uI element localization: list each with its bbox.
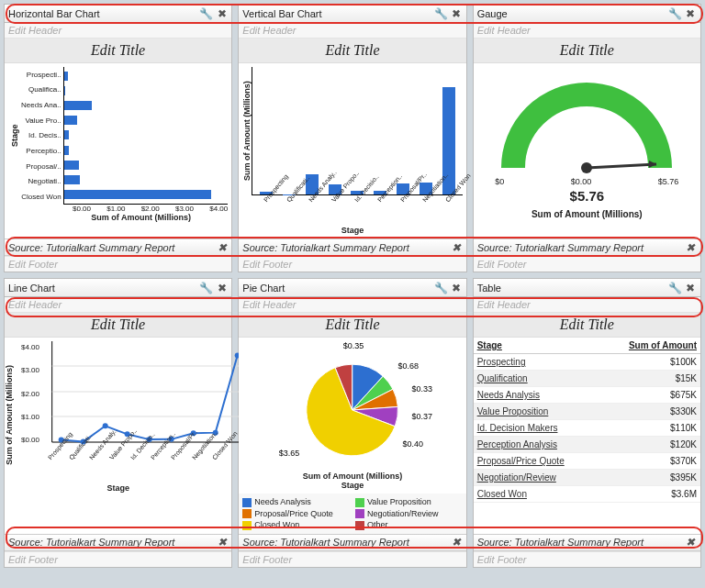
close-icon[interactable]: ✖ [451, 537, 463, 549]
cell-stage[interactable]: Prospecting [474, 354, 600, 371]
svg-line-1 [587, 164, 656, 168]
widget-header[interactable]: Gauge 🔧 ✖ [474, 5, 700, 23]
widget-header[interactable]: Vertical Bar Chart 🔧 ✖ [239, 5, 465, 23]
cell-stage[interactable]: Proposal/Price Quote [474, 453, 600, 470]
wrench-icon[interactable]: 🔧 [435, 7, 447, 19]
edit-header[interactable]: Edit Header [474, 23, 700, 39]
wrench-icon[interactable]: 🔧 [435, 282, 447, 294]
edit-header[interactable]: Edit Header [5, 23, 231, 39]
edit-header[interactable]: Edit Header [5, 297, 231, 313]
table-row[interactable]: Prospecting$100K [474, 354, 700, 371]
table-row[interactable]: Perception Analysis$120K [474, 437, 700, 453]
chart-title[interactable]: Edit Title [239, 39, 465, 63]
widget-horizontal-bar: Horizontal Bar Chart 🔧 ✖ Edit Header Edi… [4, 4, 232, 272]
close-icon[interactable]: ✖ [216, 241, 228, 253]
source-row: Source: Tutorialkart Summary Report ✖ [5, 534, 231, 551]
col-amount[interactable]: Sum of Amount [599, 338, 700, 354]
svg-point-10 [103, 423, 108, 428]
edit-footer[interactable]: Edit Footer [5, 551, 231, 567]
edit-header[interactable]: Edit Header [474, 297, 700, 313]
category-label: Negotiati.. [21, 177, 62, 185]
widget-header[interactable]: Table 🔧 ✖ [474, 279, 700, 297]
widget-title: Table [477, 283, 669, 294]
close-icon[interactable]: ✖ [451, 7, 463, 19]
close-icon[interactable]: ✖ [451, 241, 463, 253]
widget-header[interactable]: Horizontal Bar Chart 🔧 ✖ [5, 5, 231, 23]
edit-header[interactable]: Edit Header [239, 297, 465, 313]
table-row[interactable]: Id. Decision Makers$110K [474, 420, 700, 437]
cell-amount: $110K [599, 420, 700, 437]
chart-title[interactable]: Edit Title [239, 313, 465, 338]
chart-title[interactable]: Edit Title [474, 39, 700, 63]
tick-label: $3.00 [21, 366, 39, 374]
chart-title[interactable]: Edit Title [5, 39, 231, 63]
edit-footer[interactable]: Edit Footer [239, 551, 465, 567]
tick-label: $2.00 [141, 205, 160, 213]
widget-table: Table 🔧 ✖ Edit Header Edit Title Stage S… [473, 278, 701, 568]
category-label: Prospecti.. [21, 71, 62, 79]
chart-title[interactable]: Edit Title [474, 313, 700, 338]
edit-header[interactable]: Edit Header [239, 23, 465, 39]
cell-stage[interactable]: Closed Won [474, 486, 600, 503]
edit-footer[interactable]: Edit Footer [239, 256, 465, 272]
close-icon[interactable]: ✖ [685, 7, 697, 19]
legend-item: Negotiation/Review [355, 509, 463, 519]
wrench-icon[interactable]: 🔧 [669, 7, 681, 19]
cell-stage[interactable]: Id. Decision Makers [474, 420, 600, 437]
table-row[interactable]: Negotiation/Review$395K [474, 470, 700, 486]
wrench-icon[interactable]: 🔧 [200, 282, 212, 294]
source-text: Source: Tutorialkart Summary Report [242, 537, 450, 548]
edit-footer[interactable]: Edit Footer [474, 256, 700, 272]
tick-label: $1.00 [106, 205, 125, 213]
cell-amount: $3.6M [599, 486, 700, 503]
widget-header[interactable]: Pie Chart 🔧 ✖ [239, 279, 465, 297]
widget-header[interactable]: Line Chart 🔧 ✖ [5, 279, 231, 297]
chart-body-line: Sum of Amount (Millions) $4.00$3.00$2.00… [5, 338, 231, 534]
cell-stage[interactable]: Needs Analysis [474, 387, 600, 404]
cell-stage[interactable]: Perception Analysis [474, 437, 600, 453]
wrench-icon[interactable]: 🔧 [200, 7, 212, 19]
tick-label: $4.00 [21, 343, 39, 351]
gauge-mid: $0.00 [571, 177, 592, 186]
tick-label: $1.00 [21, 413, 39, 421]
category-label: Needs Ana.. [21, 101, 62, 109]
pie-caption: Sum of Amount (Millions) [242, 472, 462, 481]
close-icon[interactable]: ✖ [685, 537, 697, 549]
edit-footer[interactable]: Edit Footer [474, 551, 700, 567]
axis-label-y: Stage [8, 67, 21, 205]
svg-text:$3.65: $3.65 [279, 449, 299, 458]
tick-label: $2.00 [21, 390, 39, 398]
cell-stage[interactable]: Negotiation/Review [474, 470, 600, 486]
edit-footer[interactable]: Edit Footer [5, 256, 231, 272]
close-icon[interactable]: ✖ [216, 537, 228, 549]
table-row[interactable]: Value Proposition$330K [474, 404, 700, 420]
chart-title[interactable]: Edit Title [5, 313, 231, 338]
table-row[interactable]: Needs Analysis$675K [474, 387, 700, 404]
data-table: Stage Sum of Amount Prospecting$100KQual… [474, 338, 700, 503]
close-icon[interactable]: ✖ [685, 241, 697, 253]
cell-stage[interactable]: Qualification [474, 371, 600, 387]
svg-text:$0.35: $0.35 [343, 341, 364, 350]
table-row[interactable]: Proposal/Price Quote$370K [474, 453, 700, 470]
close-icon[interactable]: ✖ [451, 282, 463, 294]
category-label: Qualifica.. [21, 85, 62, 94]
bar [64, 72, 68, 81]
close-icon[interactable]: ✖ [685, 282, 697, 294]
bar [64, 116, 78, 125]
close-icon[interactable]: ✖ [216, 282, 228, 294]
cell-amount: $675K [599, 387, 700, 404]
col-stage[interactable]: Stage [474, 338, 600, 354]
widget-title: Pie Chart [242, 283, 434, 294]
category-label: Perceptio.. [21, 147, 62, 155]
wrench-icon[interactable]: 🔧 [669, 282, 681, 294]
source-row: Source: Tutorialkart Summary Report ✖ [239, 239, 465, 256]
chart-body-vbar: Sum of Amount (Millions) ProspectingQual… [239, 63, 465, 239]
widget-title: Gauge [477, 8, 669, 19]
chart-body-pie: $0.35$0.68$0.33$0.37$0.40$3.65 Sum of Am… [239, 338, 465, 494]
table-row[interactable]: Closed Won$3.6M [474, 486, 700, 503]
cell-stage[interactable]: Value Proposition [474, 404, 600, 420]
category-label: Value Pro.. [21, 116, 62, 125]
cell-amount: $100K [599, 354, 700, 371]
close-icon[interactable]: ✖ [216, 7, 228, 19]
table-row[interactable]: Qualification$15K [474, 371, 700, 387]
